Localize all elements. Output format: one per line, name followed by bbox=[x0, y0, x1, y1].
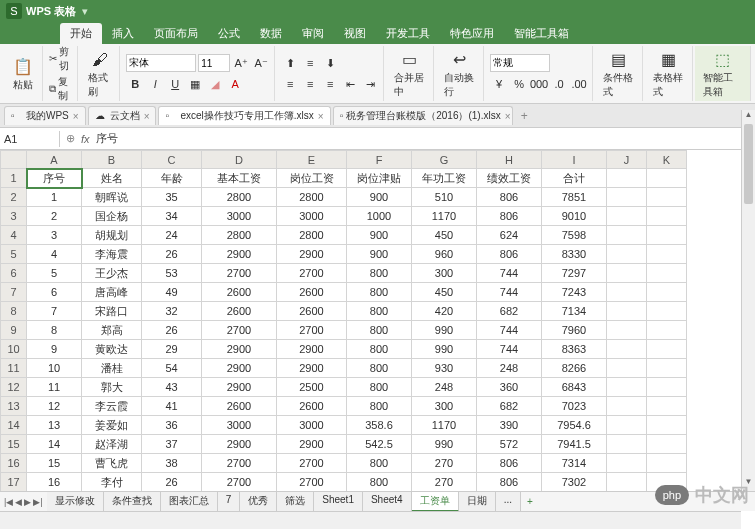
sheet-prev-button[interactable]: ◀ bbox=[15, 497, 22, 507]
cell[interactable]: 800 bbox=[347, 397, 412, 416]
cell[interactable]: 41 bbox=[142, 397, 202, 416]
cell[interactable]: 2600 bbox=[202, 283, 277, 302]
cell[interactable]: 3000 bbox=[202, 416, 277, 435]
decimal-dec-button[interactable]: .00 bbox=[570, 75, 588, 93]
cell[interactable]: 郑高 bbox=[82, 321, 142, 340]
cell[interactable]: 7598 bbox=[542, 226, 607, 245]
cell[interactable]: 682 bbox=[477, 397, 542, 416]
cell[interactable]: 赵泽湖 bbox=[82, 435, 142, 454]
cell[interactable]: 2700 bbox=[277, 473, 347, 492]
cell[interactable] bbox=[647, 169, 687, 188]
close-icon[interactable]: × bbox=[144, 111, 150, 122]
cell[interactable]: 绩效工资 bbox=[477, 169, 542, 188]
sheet-first-button[interactable]: |◀ bbox=[4, 497, 13, 507]
cell[interactable]: 姜爱如 bbox=[82, 416, 142, 435]
cell[interactable] bbox=[607, 416, 647, 435]
cell[interactable]: 1170 bbox=[412, 416, 477, 435]
cell[interactable]: 270 bbox=[412, 454, 477, 473]
align-bottom-button[interactable]: ⬇ bbox=[321, 54, 339, 72]
cell[interactable]: 800 bbox=[347, 283, 412, 302]
cell[interactable]: 1170 bbox=[412, 207, 477, 226]
cell[interactable]: 7 bbox=[27, 302, 82, 321]
cell[interactable] bbox=[647, 435, 687, 454]
cell[interactable]: 744 bbox=[477, 264, 542, 283]
cell[interactable]: 姓名 bbox=[82, 169, 142, 188]
cell[interactable]: 7960 bbox=[542, 321, 607, 340]
row-header[interactable]: 11 bbox=[1, 359, 27, 378]
cell[interactable]: 300 bbox=[412, 264, 477, 283]
row-header[interactable]: 7 bbox=[1, 283, 27, 302]
align-top-button[interactable]: ⬆ bbox=[281, 54, 299, 72]
cell[interactable]: 990 bbox=[412, 340, 477, 359]
cell[interactable] bbox=[607, 302, 647, 321]
cell[interactable]: 36 bbox=[142, 416, 202, 435]
col-header-I[interactable]: I bbox=[542, 151, 607, 169]
cell[interactable]: 2 bbox=[27, 207, 82, 226]
font-name-select[interactable] bbox=[126, 54, 196, 72]
close-icon[interactable]: × bbox=[318, 111, 324, 122]
cell[interactable]: 358.6 bbox=[347, 416, 412, 435]
col-header-A[interactable]: A bbox=[27, 151, 82, 169]
align-middle-button[interactable]: ≡ bbox=[301, 54, 319, 72]
cell[interactable]: 胡规划 bbox=[82, 226, 142, 245]
cell[interactable]: 李海震 bbox=[82, 245, 142, 264]
cell[interactable]: 960 bbox=[412, 245, 477, 264]
scroll-up-icon[interactable]: ▲ bbox=[742, 110, 755, 124]
formula-input[interactable]: 序号 bbox=[96, 131, 749, 146]
format-painter-button[interactable]: 🖌 格式刷 bbox=[84, 47, 115, 101]
decrease-font-button[interactable]: A⁻ bbox=[252, 54, 270, 72]
percent-button[interactable]: % bbox=[510, 75, 528, 93]
row-header[interactable]: 2 bbox=[1, 188, 27, 207]
cell[interactable] bbox=[647, 397, 687, 416]
cell[interactable]: 53 bbox=[142, 264, 202, 283]
cell[interactable]: 37 bbox=[142, 435, 202, 454]
cell[interactable]: 李云霞 bbox=[82, 397, 142, 416]
cell[interactable]: 5 bbox=[27, 264, 82, 283]
cell[interactable]: 800 bbox=[347, 264, 412, 283]
cell[interactable] bbox=[607, 473, 647, 492]
cell[interactable]: 420 bbox=[412, 302, 477, 321]
cell[interactable]: 3 bbox=[27, 226, 82, 245]
bold-button[interactable]: B bbox=[126, 75, 144, 93]
cell[interactable] bbox=[647, 226, 687, 245]
cell[interactable]: 360 bbox=[477, 378, 542, 397]
cell[interactable]: 8330 bbox=[542, 245, 607, 264]
sheet-tab-10[interactable]: ... bbox=[496, 492, 521, 512]
cell[interactable]: 26 bbox=[142, 321, 202, 340]
cell[interactable] bbox=[607, 264, 647, 283]
cell[interactable]: 岗位津贴 bbox=[347, 169, 412, 188]
cell[interactable]: 2600 bbox=[277, 397, 347, 416]
copy-button[interactable]: ⧉复制 bbox=[49, 75, 73, 103]
ribbon-tab-9[interactable]: 智能工具箱 bbox=[504, 23, 579, 44]
cell[interactable]: 43 bbox=[142, 378, 202, 397]
cut-button[interactable]: ✂剪切 bbox=[49, 45, 73, 73]
ribbon-tab-2[interactable]: 页面布局 bbox=[144, 23, 208, 44]
sheet-tab-7[interactable]: Sheet4 bbox=[363, 492, 412, 512]
cell[interactable] bbox=[607, 378, 647, 397]
ribbon-tab-1[interactable]: 插入 bbox=[102, 23, 144, 44]
cell[interactable]: 3000 bbox=[277, 416, 347, 435]
col-header-D[interactable]: D bbox=[202, 151, 277, 169]
cell[interactable]: 7941.5 bbox=[542, 435, 607, 454]
font-size-select[interactable] bbox=[198, 54, 230, 72]
cell[interactable]: 13 bbox=[27, 416, 82, 435]
doc-tab-2[interactable]: ▫excel操作技巧专用工作簿.xlsx× bbox=[158, 106, 330, 125]
cell[interactable]: 2600 bbox=[277, 283, 347, 302]
cell[interactable]: 6843 bbox=[542, 378, 607, 397]
col-header-J[interactable]: J bbox=[607, 151, 647, 169]
cell[interactable]: 54 bbox=[142, 359, 202, 378]
cell[interactable]: 李付 bbox=[82, 473, 142, 492]
ribbon-tab-6[interactable]: 视图 bbox=[334, 23, 376, 44]
cell[interactable]: 7243 bbox=[542, 283, 607, 302]
close-icon[interactable]: × bbox=[505, 111, 511, 122]
cell[interactable]: 王少杰 bbox=[82, 264, 142, 283]
cell[interactable]: 2900 bbox=[202, 340, 277, 359]
cell[interactable] bbox=[647, 245, 687, 264]
cell[interactable] bbox=[607, 321, 647, 340]
cell[interactable]: 26 bbox=[142, 473, 202, 492]
row-header[interactable]: 5 bbox=[1, 245, 27, 264]
cell[interactable] bbox=[607, 435, 647, 454]
cell[interactable] bbox=[607, 226, 647, 245]
row-header[interactable]: 13 bbox=[1, 397, 27, 416]
col-header-E[interactable]: E bbox=[277, 151, 347, 169]
